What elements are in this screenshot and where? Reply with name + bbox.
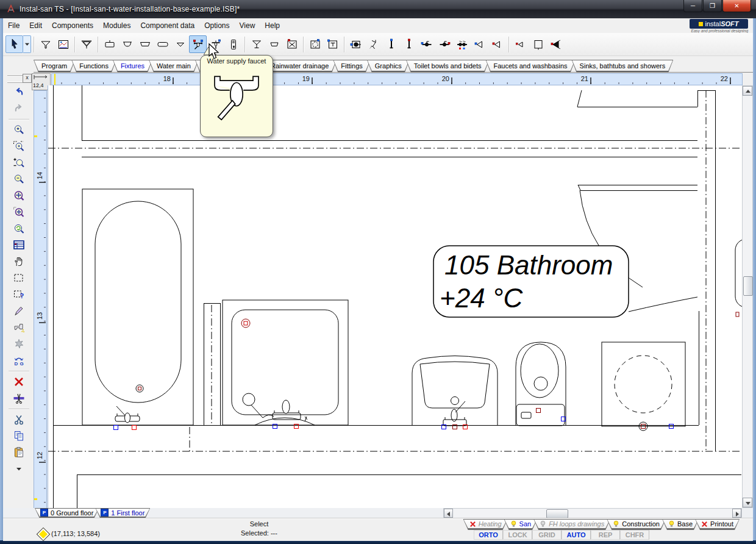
minimize-button[interactable]: ─ [683, 0, 702, 12]
rotate-button[interactable]: DG [10, 353, 27, 368]
layer-tab-base[interactable]: Base [662, 519, 699, 530]
select-tool[interactable] [5, 35, 23, 53]
menu-view[interactable]: View [235, 19, 260, 32]
horizontal-scroll-thumb[interactable] [546, 509, 568, 518]
horizontal-scrollbar[interactable] [443, 508, 742, 518]
category-tab-faucets-and-washbasins[interactable]: Faucets and washbasins [486, 60, 576, 73]
pump-tool[interactable] [347, 35, 365, 53]
category-tab-toilet-bowls-and-bidets[interactable]: Toilet bowls and bidets [406, 60, 490, 73]
scroll-left-icon[interactable] [444, 509, 453, 518]
category-tab-water-main[interactable]: Water main [149, 60, 199, 73]
tank-tool[interactable] [265, 35, 283, 53]
layer-tab-fh-loops-drawings[interactable]: FH loops drawings [533, 519, 610, 530]
floor-tab-0-ground-floor[interactable]: P0 Ground floor [35, 508, 99, 518]
category-tab-rainwater-drainage[interactable]: Rainwater drainage [263, 60, 337, 73]
select-query-button[interactable]: ? [10, 287, 27, 302]
select-tool-dropdown[interactable] [23, 35, 31, 53]
toggle-auto[interactable]: AUTO [562, 530, 591, 540]
check-valve-hot-tool[interactable] [488, 35, 506, 53]
zoom-adjust-button[interactable] [10, 155, 27, 171]
shower[interactable] [223, 300, 348, 429]
layer-tab-construction[interactable]: Construction [607, 519, 666, 530]
toggle-grid[interactable]: GRID [532, 530, 562, 540]
toggle-rep[interactable]: REP [591, 530, 620, 540]
water-heater-tool[interactable] [224, 35, 242, 53]
layer-tab-san[interactable]: San [504, 519, 538, 530]
data-table-button[interactable] [10, 237, 27, 253]
room-label[interactable]: 105 Bathroom +24 °C [433, 246, 629, 317]
spray-button[interactable] [10, 336, 27, 352]
connect-button[interactable] [10, 320, 27, 335]
menu-help[interactable]: Help [260, 19, 285, 32]
drawing-canvas[interactable]: 105 Bathroom +24 °C [48, 85, 743, 508]
toilet[interactable] [516, 342, 566, 426]
funnel-fixture-tool[interactable] [37, 35, 54, 53]
menu-options[interactable]: Options [199, 19, 234, 32]
undo-button[interactable] [10, 84, 27, 100]
zoom-extents-button[interactable] [10, 188, 27, 204]
menu-edit[interactable]: Edit [24, 19, 47, 32]
valve-cold-tool[interactable] [418, 35, 435, 53]
zoom-out-button[interactable] [10, 171, 27, 187]
dishwasher-tool[interactable] [306, 35, 324, 53]
category-tab-fittings[interactable]: Fittings [333, 60, 370, 73]
bathtub-tool[interactable] [136, 35, 154, 53]
riser-hot-tool[interactable] [400, 35, 418, 53]
vertical-scroll-thumb[interactable] [743, 276, 753, 296]
filled-valve-tool[interactable] [547, 35, 565, 53]
cut-pipe-button[interactable] [10, 390, 27, 406]
palette-close-icon[interactable]: x [23, 74, 32, 83]
washing-machine-tool[interactable] [283, 35, 301, 53]
zoom-previous-button[interactable] [10, 221, 27, 237]
valve-hot-tool[interactable] [435, 35, 453, 53]
bathtub-2-tool[interactable] [154, 35, 171, 53]
more-button[interactable] [10, 461, 27, 477]
menu-components[interactable]: Components [47, 19, 98, 32]
category-tab-fixtures[interactable]: Fixtures [113, 60, 152, 73]
paste-button[interactable] [10, 445, 27, 460]
copy-button[interactable] [10, 428, 27, 444]
sink-tool[interactable] [118, 35, 136, 53]
small-valve-tool[interactable] [512, 35, 529, 53]
close-button[interactable]: ✕ [722, 0, 751, 12]
delete-button[interactable] [10, 374, 27, 390]
valve-pair-tool[interactable] [453, 35, 471, 53]
draw-off-point-tool[interactable] [248, 35, 265, 53]
riser-cold-tool[interactable] [382, 35, 400, 53]
vertical-scrollbar[interactable] [742, 85, 753, 508]
urinal-tool[interactable] [77, 35, 95, 53]
washbasin-tool[interactable] [101, 35, 118, 53]
maximize-button[interactable]: ❐ [703, 0, 722, 12]
menu-file[interactable]: File [3, 19, 24, 32]
sprinkler-tool[interactable] [365, 35, 382, 53]
pan-button[interactable] [10, 254, 27, 270]
shower-tool[interactable] [171, 35, 189, 53]
palette-grip[interactable]: x [7, 74, 30, 83]
washing-machine[interactable] [602, 342, 685, 431]
pen-button[interactable] [10, 303, 27, 319]
zoom-in-button[interactable] [10, 122, 27, 138]
layer-tab-heating[interactable]: Heating [463, 519, 508, 530]
redo-button[interactable] [10, 101, 27, 116]
hydrant-tool[interactable] [324, 35, 341, 53]
floor-tab-1-first-floor[interactable]: P1 First floor [95, 508, 150, 518]
scroll-down-icon[interactable] [743, 498, 752, 507]
cut-button[interactable] [10, 412, 27, 428]
menu-modules[interactable]: Modules [98, 19, 135, 32]
zoom-window-button[interactable] [10, 138, 27, 154]
toggle-chfr[interactable]: CHFR [620, 530, 649, 540]
scroll-right-icon[interactable] [732, 509, 741, 518]
toggle-orto[interactable]: ORTO [474, 530, 503, 540]
category-tab-sinks-bathtubs-and-showers[interactable]: Sinks, bathtubs and showers [572, 60, 674, 73]
bathtub[interactable] [82, 189, 193, 430]
category-tab-graphics[interactable]: Graphics [367, 60, 410, 73]
check-valve-cold-tool[interactable] [471, 35, 488, 53]
washbasin[interactable] [412, 356, 497, 429]
menu-component-data[interactable]: Component data [135, 19, 199, 32]
zoom-pan-button[interactable] [10, 204, 27, 220]
box-component-tool[interactable] [529, 35, 547, 53]
category-tab-functions[interactable]: Functions [71, 60, 116, 73]
category-tab-program[interactable]: Program [34, 60, 75, 73]
toggle-lock[interactable]: LOCK [503, 530, 532, 540]
layer-tab-printout[interactable]: Printout [695, 519, 740, 530]
